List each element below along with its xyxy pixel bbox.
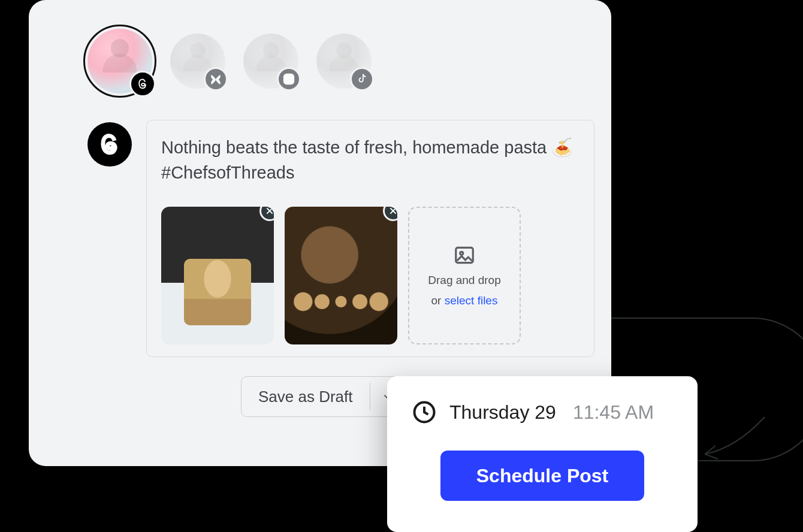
media-dropzone[interactable]: Drag and drop or select files [408,207,521,344]
dropzone-line1: Drag and drop [428,274,500,287]
threads-icon [97,132,122,157]
compose-box[interactable]: Nothing beats the taste of fresh, homema… [146,120,594,357]
image-placeholder [161,207,274,344]
account-instagram[interactable] [243,34,298,89]
account-tiktok[interactable] [316,34,372,89]
bluesky-icon [204,67,228,91]
select-files-link[interactable]: select files [445,294,498,307]
save-draft-split-button[interactable]: Save as Draft [241,376,404,417]
stage: Nothing beats the taste of fresh, homema… [0,0,803,532]
compose-text[interactable]: Nothing beats the taste of fresh, homema… [161,135,579,185]
schedule-datetime[interactable]: Thursday 29 11:45 AM [411,399,674,425]
svg-point-1 [286,77,291,81]
clock-icon [411,399,437,425]
close-icon [388,207,397,216]
image-placeholder [285,207,397,344]
schedule-post-button[interactable]: Schedule Post [440,451,644,501]
account-bluesky[interactable] [170,34,225,89]
decorative-arrow [700,412,766,460]
schedule-time: 11:45 AM [573,401,654,424]
tiktok-icon [350,67,374,91]
schedule-date: Thursday 29 [449,401,556,424]
threads-icon [129,71,156,97]
active-platform-chip [87,122,132,167]
svg-point-4 [460,252,463,255]
media-row: Drag and drop or select files [161,207,579,344]
account-selector [87,29,372,93]
account-threads[interactable] [87,29,152,93]
media-thumb-2[interactable] [285,207,397,344]
instagram-icon [277,67,301,91]
image-icon [453,244,476,267]
media-thumb-1[interactable] [161,207,274,344]
svg-point-2 [291,75,292,77]
close-icon [265,207,274,216]
schedule-popover: Thursday 29 11:45 AM Schedule Post [387,376,698,532]
compose-row: Nothing beats the taste of fresh, homema… [87,120,594,357]
dropzone-line2: or select files [431,294,498,307]
save-draft-label[interactable]: Save as Draft [241,377,370,416]
